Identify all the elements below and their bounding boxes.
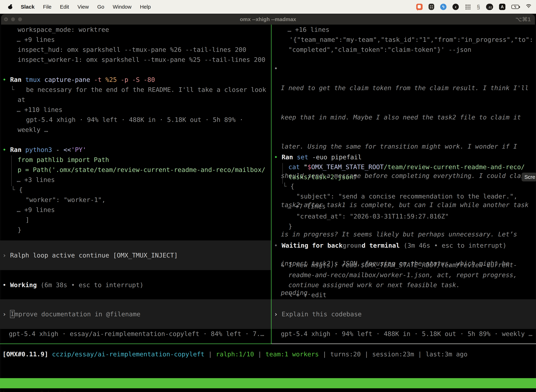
window-shortcut: ⌥⌘1 [515, 14, 531, 25]
terminal-line: '{"team_name":"my-team","task_id":"1","f… [289, 35, 533, 45]
prompt-input-band[interactable]: › Improve documentation in @filename [0, 299, 271, 329]
terminal-line: } [18, 225, 21, 235]
dark-circle-icon[interactable]: ‹ [452, 4, 459, 10]
prompt-input[interactable]: › Improve documentation in @filename [2, 309, 140, 319]
output-connector-line [11, 155, 12, 186]
omx-ralph: ralph:1/10 [216, 350, 254, 358]
screenshot-tooltip: Scre [522, 173, 536, 182]
omx-version: [OMX#0.11.9] [2, 350, 48, 358]
wifi-icon[interactable] [525, 4, 532, 9]
terminal-line: └ { [11, 185, 23, 195]
apple-menu-icon[interactable] [8, 5, 12, 9]
omx-team: team:1 workers [266, 350, 319, 358]
working-status: • Working (6m 38s • esc to interrupt) [2, 280, 144, 290]
squiggle-icon[interactable]: § [477, 4, 480, 9]
menu-bar: Slack File Edit View Go Window Help ϟ ‹ … [0, 0, 536, 14]
code-line: tasks/task-2.json" [288, 172, 357, 182]
terminal-line: "subject": "send a concise recommendatio… [296, 191, 517, 201]
tmux-session-name[interactable]: [omx-cczip0:bash* [2, 388, 67, 392]
prompt-placeholder: mprove documentation in @filename [14, 311, 140, 318]
pane-divider[interactable] [271, 25, 272, 344]
menu-item-file[interactable]: File [43, 4, 51, 10]
output-corner: └ [10, 85, 14, 95]
blue-app-icon[interactable]: ϟ [440, 4, 446, 10]
menu-item-window[interactable]: Window [113, 4, 132, 10]
left-pane-border [0, 344, 272, 344]
menu-item-view[interactable]: View [77, 4, 89, 10]
terminal-line: be necessary for the end of the README. … [26, 85, 266, 95]
bullet-icon: • [2, 76, 6, 83]
terminal-line: … +7 lines [287, 201, 326, 211]
omx-session: session:23m [372, 350, 414, 358]
tmux-status-bar: [omx-cczip0:bash* "MacBook-Pro-44.local"… [0, 378, 536, 388]
code-line: p = Path('.omx/state/team/review-current… [18, 165, 265, 175]
ran-command-line: • Ran tmux capture-pane -t %25 -p -S -80 [2, 75, 155, 85]
chevron-icon: › [2, 252, 6, 259]
output-connector-line [282, 163, 283, 184]
dots-grid-icon[interactable] [465, 4, 471, 10]
terminal-line: … +16 lines [287, 25, 329, 35]
terminal-line: "worker": "worker-1", [25, 195, 105, 205]
terminal-line: └ { [283, 181, 294, 191]
menu-app-name[interactable]: Slack [21, 4, 34, 10]
menu-item-help[interactable]: Help [140, 4, 151, 10]
battery-icon[interactable]: ϟ [511, 5, 519, 9]
omx-last: last:3m ago [426, 350, 467, 358]
bullet-icon: • [274, 64, 278, 74]
prompt-placeholder: Explain this codebase [282, 311, 362, 318]
menu-item-go[interactable]: Go [97, 4, 104, 10]
bullet-icon: • [274, 242, 278, 249]
terminal-line: … +110 lines [17, 105, 62, 115]
prompt-input-band[interactable]: › Explain this codebase [272, 299, 536, 329]
terminal-line: "completed","claim_token":"claim-token"}… [288, 45, 471, 55]
bullet-icon: • [274, 154, 278, 161]
terminal-line: gpt-5.4 xhigh · 94% left · 488K in · 5.1… [26, 115, 243, 125]
window-title: omx --xhigh --madmax [1, 14, 535, 25]
ralph-loop-status: › Ralph loop active continue [OMX_TMUX_I… [2, 250, 178, 260]
terminal-line: … +9 lines [17, 205, 55, 215]
terminal-line: weekly … [18, 125, 48, 135]
terminal-line: "created_at": "2026-03-31T11:59:27.816Z" [296, 211, 449, 221]
mailbox-message-line: continue assigned work or next feasible … [288, 280, 460, 290]
count-badge-icon[interactable]: ..61 [486, 4, 493, 10]
ralph-status-band: › Ralph loop active continue [OMX_TMUX_I… [0, 240, 271, 270]
terminal-line: } [288, 221, 292, 231]
model-status-line: gpt-5.4 xhigh · 94% left · 488K in · 5.1… [281, 329, 532, 339]
terminal-line: … +9 lines [17, 35, 55, 45]
edit-hint: ⌥ + ↑ edit [288, 290, 326, 300]
text-cursor: I [10, 310, 14, 318]
code-line: cat "$OMX_TEAM_STATE_ROOT/team/review-cu… [288, 162, 525, 172]
menu-item-edit[interactable]: Edit [60, 4, 69, 10]
terminal-line: workspace_mode: worktree [18, 25, 109, 35]
code-line: from pathlib import Path [18, 155, 109, 165]
terminal-line: inspect_hud: omx sparkshell --tmux-pane … [18, 45, 246, 55]
slack-status-icon[interactable] [416, 4, 423, 10]
window-titlebar[interactable]: omx --xhigh --madmax ⌥⌘1 [1, 14, 535, 25]
omx-status-line: [OMX#0.11.9] cczip/essay/ai-reimplementa… [2, 349, 467, 359]
omx-turns: turns:20 [330, 350, 361, 358]
prompt-input[interactable]: › Explain this codebase [274, 309, 362, 319]
terminal-line: … +3 lines [17, 175, 55, 185]
right-pane-border [272, 344, 536, 344]
terminal-line: at [18, 95, 25, 105]
a-badge-icon[interactable]: A [499, 4, 505, 10]
shield-grid-icon[interactable] [429, 4, 434, 10]
mailbox-message-line: readme-and-reco/mailbox/worker-1.json, a… [288, 270, 517, 280]
terminal-line: ] [25, 215, 29, 225]
ran-command-line: • Ran python3 - <<'PY' [2, 145, 86, 155]
prompt-chevron-icon: › [2, 311, 6, 318]
mailbox-message-line: ↳ 1 new msg(s): read $OMX_TEAM_STATE_ROO… [281, 260, 517, 270]
ran-command-line: • Ran set -euo pipefail [274, 152, 362, 162]
omx-repo: cczip/essay/ai-reimplementation-copyleft [52, 350, 205, 358]
bullet-icon: • [2, 281, 6, 289]
prompt-chevron-icon: › [274, 311, 278, 318]
terminal-line: inspect_worker-1: omx sparkshell --tmux-… [18, 55, 265, 65]
bullet-icon: • [2, 146, 6, 153]
screen: Slack File Edit View Go Window Help ϟ ‹ … [0, 0, 536, 392]
waiting-status: • Waiting for background terminal (3m 46… [274, 240, 507, 250]
model-status-line: gpt-5.4 xhigh · essay/ai-reimplementatio… [9, 329, 264, 339]
